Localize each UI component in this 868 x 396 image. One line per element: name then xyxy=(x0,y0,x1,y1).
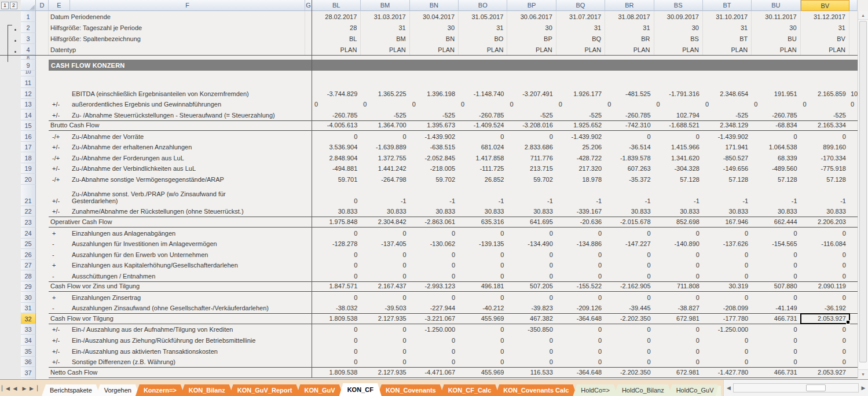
cell-BP25[interactable]: -134.490 xyxy=(507,239,556,250)
tab-kon-bilanz[interactable]: KON_Bilanz xyxy=(181,384,233,396)
cell-BR21[interactable]: -1 xyxy=(605,185,654,206)
cell-BV35[interactable]: 0 xyxy=(801,346,849,357)
tab-vorgehen[interactable]: Vorgehen xyxy=(96,384,140,396)
cell-BV22[interactable]: 30.833 xyxy=(801,206,849,217)
cell-colD[interactable] xyxy=(36,109,49,120)
row-header-33[interactable]: 33 xyxy=(21,324,36,335)
cell-BL37[interactable]: 1.809.538 xyxy=(312,368,361,377)
cell-BU34[interactable]: 0 xyxy=(752,335,800,346)
cell-BU35[interactable]: 0 xyxy=(752,346,800,357)
first-sheet-icon[interactable]: ▏◀ xyxy=(1,384,10,393)
cell-BS33[interactable]: 0 xyxy=(654,324,703,335)
cell-BP26[interactable]: 0 xyxy=(507,249,556,260)
cell-BP32[interactable]: 467.382 xyxy=(507,314,556,324)
cell-BP27[interactable]: 0 xyxy=(507,260,556,271)
cell-BT22[interactable]: 30.833 xyxy=(703,206,752,217)
cell-colD[interactable] xyxy=(36,313,49,324)
cell-colD[interactable] xyxy=(36,11,49,22)
tab-holdco-[interactable]: HoldCo=> xyxy=(573,384,618,396)
cell-BN32[interactable]: -3.221.067 xyxy=(410,314,459,324)
cell-BV18[interactable]: -170.334 xyxy=(801,152,849,163)
cell-BV28[interactable]: 0 xyxy=(801,270,849,281)
cell-BP18[interactable]: 711.776 xyxy=(507,152,556,163)
cell-BM23[interactable]: 2.304.842 xyxy=(361,217,409,227)
tab-kon-covenants-calc[interactable]: KON_Covenants Calc xyxy=(495,384,577,396)
cell-BS16[interactable]: 0 xyxy=(654,131,703,142)
cell-BV23[interactable]: 2.206.203 xyxy=(801,217,849,227)
cell-BT16[interactable]: -1.439.902 xyxy=(703,131,752,142)
cell-BR33[interactable]: 0 xyxy=(605,324,654,335)
cell-BP24[interactable]: 0 xyxy=(507,228,556,239)
cell-BQ24[interactable]: 0 xyxy=(556,228,605,239)
cell-BV19[interactable]: -775.918 xyxy=(801,163,849,174)
cell-BL15[interactable]: -4.005.613 xyxy=(312,121,361,131)
cell-BP34[interactable]: 0 xyxy=(507,335,556,346)
cell-BN31[interactable]: -227.944 xyxy=(410,303,459,314)
cell-BN16[interactable]: -1.439.902 xyxy=(410,131,459,142)
cell-BL23[interactable]: 1.975.848 xyxy=(312,217,361,227)
cell-BP35[interactable]: 0 xyxy=(507,346,556,357)
cell-BQ3[interactable]: BQ xyxy=(556,33,605,44)
cell-BR29[interactable]: -2.162.905 xyxy=(605,282,654,292)
row-header-29[interactable]: 29 xyxy=(21,281,36,292)
cell-BR32[interactable]: -2.202.350 xyxy=(605,314,654,324)
cell-BR37[interactable]: -2.202.350 xyxy=(605,368,654,377)
cell-BO24[interactable]: 0 xyxy=(459,228,507,239)
cell-BR30[interactable]: 0 xyxy=(605,292,654,303)
cell-BS14[interactable]: 102.794 xyxy=(654,109,703,120)
cell-BO35[interactable]: 0 xyxy=(459,346,507,357)
cell-BU3[interactable]: BU xyxy=(752,33,800,44)
cell-colD[interactable] xyxy=(36,163,49,174)
cell-BV2[interactable]: 31 xyxy=(801,22,849,33)
vertical-scrollbar[interactable]: ▲ ▼ xyxy=(858,11,868,378)
cell-BU32[interactable]: 466.731 xyxy=(752,314,800,324)
cell-BV34[interactable]: 0 xyxy=(801,335,849,346)
cell-BT13[interactable]: 0 xyxy=(703,99,752,110)
cell-BN1[interactable]: 30.04.2017 xyxy=(410,11,459,22)
cell-BQ37[interactable]: -364.648 xyxy=(556,368,605,377)
cell-colD[interactable] xyxy=(36,303,49,314)
cell-BS25[interactable]: -140.890 xyxy=(654,239,703,250)
tab-kon-guv[interactable]: KON_GuV xyxy=(296,384,343,396)
cell-BT29[interactable]: 30.319 xyxy=(703,282,752,292)
cell-BM36[interactable]: 0 xyxy=(361,357,409,368)
cell-BQ26[interactable]: 0 xyxy=(556,249,605,260)
cell-BM13[interactable]: 0 xyxy=(361,99,409,110)
cell-BS21[interactable]: -1 xyxy=(654,185,703,206)
outline-level-1-button[interactable]: 1 xyxy=(1,2,9,9)
cell-BL4[interactable]: PLAN xyxy=(312,44,361,55)
cell-BN24[interactable]: 0 xyxy=(410,228,459,239)
cell-BT33[interactable]: -1.250.000 xyxy=(703,324,752,335)
cell-BM20[interactable]: -264.798 xyxy=(361,174,409,185)
cell-BS12[interactable]: -1.791.316 xyxy=(654,88,703,99)
cell-BP17[interactable]: 2.833.686 xyxy=(507,142,556,153)
row-header-24[interactable]: 24 xyxy=(21,228,36,239)
column-header-BO[interactable]: BO xyxy=(459,0,507,11)
cell-BL14[interactable]: -260.785 xyxy=(312,109,361,120)
cell-BP22[interactable]: 30.833 xyxy=(507,206,556,217)
cell-BL28[interactable]: 0 xyxy=(312,270,361,281)
cell-BQ17[interactable]: 25.206 xyxy=(556,142,605,153)
cell-BM26[interactable]: 0 xyxy=(361,249,409,260)
cell-BQ2[interactable]: 31 xyxy=(556,22,605,33)
cell-BL21[interactable]: 0 xyxy=(312,185,361,206)
column-header-E[interactable]: E xyxy=(49,0,70,11)
cell-BL3[interactable]: BL xyxy=(312,33,361,44)
cell-BM35[interactable]: 0 xyxy=(361,346,409,357)
cell-BT32[interactable]: -177.780 xyxy=(703,314,752,324)
cell-BN2[interactable]: 30 xyxy=(410,22,459,33)
cell-BV13[interactable]: 0 xyxy=(801,99,849,110)
row-header-26[interactable]: 26 xyxy=(21,249,36,260)
cell-BU15[interactable]: -68.834 xyxy=(752,121,800,131)
scroll-up-icon[interactable]: ▲ xyxy=(858,11,868,20)
column-header-partial[interactable] xyxy=(849,0,858,11)
cell-BQ15[interactable]: 1.925.652 xyxy=(556,121,605,131)
cell-BS35[interactable]: 0 xyxy=(654,346,703,357)
cell-BT35[interactable]: 0 xyxy=(703,346,752,357)
cell-colD[interactable] xyxy=(36,260,49,271)
cell-BO16[interactable]: 0 xyxy=(459,131,507,142)
cell-BS24[interactable]: 0 xyxy=(654,228,703,239)
column-header-BV[interactable]: BV xyxy=(801,0,849,11)
cell-BR31[interactable]: -39.445 xyxy=(605,303,654,314)
cell-BS2[interactable]: 30 xyxy=(654,22,703,33)
